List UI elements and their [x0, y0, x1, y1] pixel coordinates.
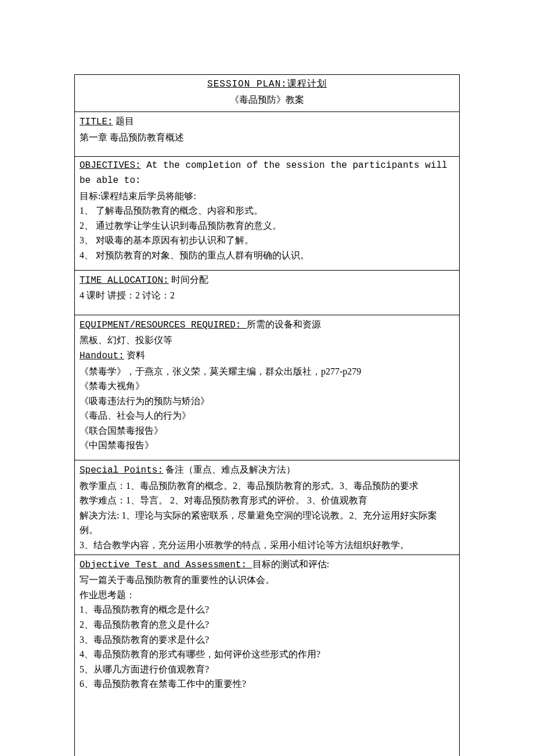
handout-label: Handout: [80, 351, 124, 361]
assessment-item: 6、毒品预防教育在禁毒工作中的重要性? [80, 676, 454, 692]
handout-item: 《吸毒违法行为的预防与矫治》 [80, 394, 454, 409]
session-plan-page: SESSION PLAN:课程计划 《毒品预防》教案 TITLE: 题目 第一章… [74, 74, 460, 756]
special-line: 教学难点：1、导言。 2、对毒品预防教育形式的评价。 3、价值观教育 [80, 493, 454, 508]
title-label: TITLE: [80, 117, 113, 127]
header-subtitle: 《毒品预防》教案 [80, 92, 454, 107]
time-section: TIME ALLOCATION: 时间分配 4 课时 讲授：2 讨论：2 [75, 271, 459, 315]
objective-item: 1、 了解毒品预防教育的概念、内容和形式。 [80, 203, 454, 218]
time-label-row: TIME ALLOCATION: 时间分配 [80, 272, 454, 289]
objectives-sub: 目标:课程结束后学员将能够: [80, 189, 454, 204]
assessment-item: 3、毒品预防教育的要求是什么? [80, 632, 454, 647]
equipment-label: EQUIPMENT/RESOURCES REQUIRED: [80, 320, 247, 330]
header-label-cn: 课程计划 [287, 79, 327, 89]
handout-label-row: Handout: 资料 [80, 348, 454, 364]
equipment-label-cn: 所需的设备和资源 [247, 319, 321, 329]
assessment-item: 2、毒品预防教育的意义是什么? [80, 617, 454, 632]
objective-item: 4、 对预防教育的对象、预防的重点人群有明确的认识。 [80, 248, 454, 263]
objectives-label: OBJECTIVES: [80, 160, 141, 171]
equipment-section: EQUIPMENT/RESOURCES REQUIRED: 所需的设备和资源 黑… [75, 315, 459, 460]
assessment-label-cn: 目标的测试和评估: [252, 559, 329, 569]
special-label-row: Special Points: 备注（重点、难点及解决方法） [80, 462, 454, 478]
header-line1: SESSION PLAN:课程计划 [80, 77, 454, 92]
objective-item: 3、 对吸毒的基本原因有初步认识和了解。 [80, 233, 454, 248]
special-line: 3、结合教学内容，充分运用小班教学的特点，采用小组讨论等方法组织好教学。 [80, 538, 454, 553]
special-points-section: Special Points: 备注（重点、难点及解决方法） 教学重点：1、毒品… [75, 460, 459, 555]
special-line: 解决方法: 1、理论与实际的紧密联系，尽量避免空洞的理论说教。2、充分运用好实际… [80, 508, 454, 538]
header-label: SESSION PLAN: [207, 79, 287, 89]
handout-item: 《联合国禁毒报告》 [80, 423, 454, 438]
assessment-label-row: Objective Test and Assessment: 目标的测试和评估: [80, 557, 454, 573]
assessment-section: Objective Test and Assessment: 目标的测试和评估:… [75, 555, 459, 756]
handout-item: 《禁毒大视角》 [80, 379, 454, 394]
equipment-line: 黑板、幻灯、投影仪等 [80, 333, 454, 348]
objectives-label-row: OBJECTIVES: At the completion of the ses… [80, 159, 454, 188]
objectives-section: OBJECTIVES: At the completion of the ses… [75, 157, 459, 270]
special-line: 教学重点：1、毒品预防教育的概念。2、毒品预防教育的形式。3、毒品预防的要求 [80, 478, 454, 494]
equipment-label-row: EQUIPMENT/RESOURCES REQUIRED: 所需的设备和资源 [80, 317, 454, 333]
assessment-intro: 写一篇关于毒品预防教育的重要性的认识体会。 [80, 573, 454, 588]
special-label-cn: 备注（重点、难点及解决方法） [163, 465, 295, 474]
title-label-row: TITLE: 题目 [80, 114, 454, 130]
assessment-sub: 作业思考题： [80, 588, 454, 603]
title-label-cn: 题目 [113, 116, 134, 126]
title-content: 第一章 毒品预防教育概述 [80, 130, 454, 145]
handout-label-cn: 资料 [124, 350, 145, 360]
special-label: Special Points: [80, 465, 163, 476]
assessment-item: 1、毒品预防教育的概念是什么? [80, 602, 454, 617]
time-label: TIME ALLOCATION: [80, 275, 169, 286]
time-content: 4 课时 讲授：2 讨论：2 [80, 288, 454, 303]
assessment-item: 5、从哪几方面进行价值观教育? [80, 662, 454, 677]
objective-item: 2、 通过教学让学生认识到毒品预防教育的意义。 [80, 218, 454, 233]
assessment-item: 4、毒品预防教育的形式有哪些，如何评价这些形式的作用? [80, 647, 454, 662]
header-section: SESSION PLAN:课程计划 《毒品预防》教案 [75, 75, 459, 112]
handout-item: 《中国禁毒报告》 [80, 438, 454, 453]
time-label-cn: 时间分配 [169, 275, 208, 285]
handout-item: 《禁毒学》，于燕京，张义荣，莫关耀主编，群众出版社，p277-p279 [80, 364, 454, 379]
assessment-label: Objective Test and Assessment: [80, 560, 252, 570]
handout-item: 《毒品、社会与人的行为》 [80, 408, 454, 423]
title-section: TITLE: 题目 第一章 毒品预防教育概述 [75, 112, 459, 157]
